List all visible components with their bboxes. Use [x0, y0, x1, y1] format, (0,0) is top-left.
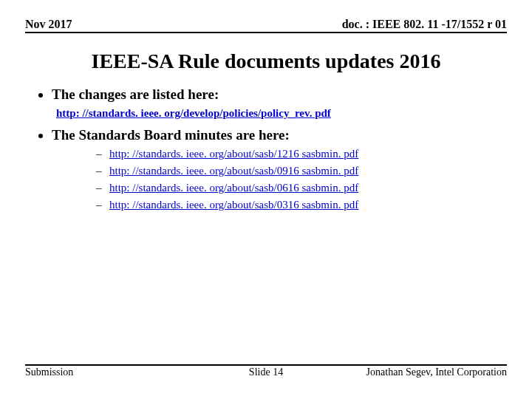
footer-author: Jonathan Segev, Intel Corporation — [366, 366, 507, 378]
header-date: Nov 2017 — [25, 18, 72, 31]
header-doc-id: doc. : IEEE 802. 11 -17/1552 r 01 — [342, 18, 507, 31]
minutes-link-1216[interactable]: http: //standards. ieee. org/about/sasb/… — [109, 148, 358, 160]
list-item: –http: //standards. ieee. org/about/sasb… — [96, 182, 507, 194]
list-item: –http: //standards. ieee. org/about/sasb… — [96, 165, 507, 177]
minutes-link-0916[interactable]: http: //standards. ieee. org/about/sasb/… — [109, 165, 358, 177]
footer-slide-number: Slide 14 — [249, 366, 283, 378]
footer-left: Submission — [25, 366, 73, 378]
page-title: IEEE-SA Rule documents updates 2016 — [25, 50, 507, 73]
bullet-changes: The changes are listed here: — [52, 86, 507, 103]
minutes-links-list: –http: //standards. ieee. org/about/sasb… — [96, 148, 507, 211]
list-item: –http: //standards. ieee. org/about/sasb… — [96, 148, 507, 160]
bullet-minutes-text: The Standards Board minutes are here: — [52, 127, 290, 143]
list-item: –http: //standards. ieee. org/about/sasb… — [96, 199, 507, 211]
policy-rev-link[interactable]: http: //standards. ieee. org/develop/pol… — [56, 107, 331, 120]
minutes-link-0616[interactable]: http: //standards. ieee. org/about/sasb/… — [109, 182, 358, 194]
dash-icon: – — [96, 148, 109, 160]
footer: Submission Slide 14 Jonathan Segev, Inte… — [25, 364, 507, 378]
content-list-2: The Standards Board minutes are here: –h… — [28, 127, 507, 211]
header: Nov 2017 doc. : IEEE 802. 11 -17/1552 r … — [25, 18, 507, 33]
dash-icon: – — [96, 165, 109, 177]
dash-icon: – — [96, 182, 109, 194]
bullet-minutes: The Standards Board minutes are here: –h… — [52, 127, 507, 211]
minutes-link-0316[interactable]: http: //standards. ieee. org/about/sasb/… — [109, 199, 358, 211]
bullet-changes-text: The changes are listed here: — [52, 86, 219, 102]
dash-icon: – — [96, 199, 109, 211]
content-list: The changes are listed here: — [28, 86, 507, 103]
